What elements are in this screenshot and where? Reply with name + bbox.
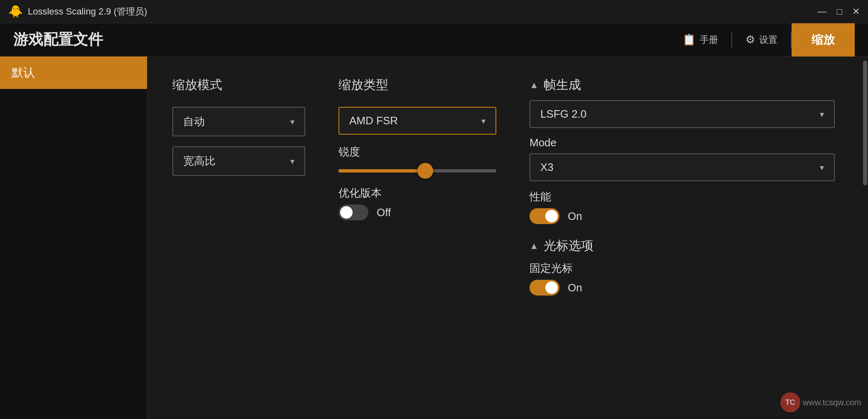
- sharpness-slider-thumb[interactable]: [417, 163, 433, 179]
- cursor-options-section: ▲ 光标选项 固定光标 On: [530, 237, 835, 296]
- fg-type-chevron: ▾: [820, 109, 824, 119]
- manual-button[interactable]: 📋 手册: [669, 23, 731, 57]
- maximize-button[interactable]: □: [837, 7, 842, 16]
- fg-mode-label: Mode: [530, 136, 835, 149]
- aspect-ratio-value: 宽高比: [183, 154, 216, 168]
- optimize-toggle-text: Off: [377, 206, 391, 219]
- app-icon: 🐥: [8, 5, 23, 18]
- window-controls: — □ ✕: [818, 7, 860, 16]
- watermark-text: www.tcsqw.com: [803, 398, 861, 407]
- frame-generation-title: 帧生成: [544, 76, 581, 94]
- optimize-label: 优化版本: [338, 186, 496, 200]
- scrollbar-thumb[interactable]: [863, 61, 867, 185]
- scaling-type-column: 缩放类型 AMD FSR ▾ 锐度 优化版本 Off: [338, 76, 496, 399]
- scaling-type-chevron: ▾: [481, 116, 485, 126]
- optimize-toggle-knob: [340, 206, 353, 219]
- scaling-mode-value: 自动: [183, 114, 205, 129]
- fixed-cursor-toggle-row: On: [530, 280, 835, 296]
- performance-toggle-text: On: [568, 210, 582, 223]
- scaling-type-value: AMD FSR: [349, 114, 398, 127]
- cursor-options-title: 光标选项: [544, 237, 593, 254]
- minimize-button[interactable]: —: [818, 7, 827, 16]
- fixed-cursor-section: 固定光标 On: [530, 261, 835, 296]
- toolbar: 游戏配置文件 📋 手册 ⚙ 设置 缩放: [0, 23, 868, 57]
- scaling-mode-chevron: ▾: [290, 117, 294, 127]
- tc-badge: TC: [780, 392, 800, 412]
- sharpness-slider-fill: [338, 169, 425, 173]
- performance-toggle-knob: [545, 210, 558, 222]
- fg-mode-dropdown[interactable]: X3 ▾: [530, 153, 835, 181]
- aspect-ratio-dropdown[interactable]: 宽高比 ▾: [172, 146, 305, 176]
- scaling-mode-dropdown[interactable]: 自动 ▾: [172, 107, 305, 136]
- manual-icon: 📋: [682, 33, 696, 46]
- right-panel: ▲ 帧生成 LSFG 2.0 ▾ Mode X3 ▾: [530, 76, 843, 399]
- scaling-type-title: 缩放类型: [338, 76, 496, 94]
- scaling-mode-column: 缩放模式 自动 ▾ 宽高比 ▾: [172, 76, 305, 399]
- performance-toggle[interactable]: [530, 208, 559, 224]
- optimize-section: 优化版本 Off: [338, 186, 496, 220]
- performance-section: 性能 On: [530, 190, 835, 224]
- fg-mode-value: X3: [540, 161, 554, 174]
- aspect-ratio-chevron: ▾: [290, 156, 294, 166]
- optimize-toggle[interactable]: [338, 205, 368, 220]
- scaling-mode-title: 缩放模式: [172, 76, 305, 94]
- frame-generation-section: ▲ 帧生成 LSFG 2.0 ▾ Mode X3 ▾: [530, 76, 835, 224]
- optimize-toggle-row: Off: [338, 205, 496, 220]
- settings-icon: ⚙: [745, 33, 755, 46]
- fg-type-dropdown[interactable]: LSFG 2.0 ▾: [530, 100, 835, 128]
- fixed-cursor-label: 固定光标: [530, 261, 835, 276]
- main-layout: 默认 缩放模式 自动 ▾ 宽高比 ▾ 缩放类型 AMD FSR ▾ 锐度: [0, 57, 868, 419]
- settings-label: 设置: [759, 34, 777, 46]
- content-area: 缩放模式 自动 ▾ 宽高比 ▾ 缩放类型 AMD FSR ▾ 锐度: [147, 57, 868, 419]
- scrollbar-track[interactable]: [862, 57, 868, 419]
- fixed-cursor-toggle[interactable]: [530, 280, 559, 296]
- performance-label: 性能: [530, 190, 835, 204]
- sharpness-section: 锐度: [338, 145, 496, 176]
- fg-mode-section: Mode X3 ▾: [530, 136, 835, 181]
- title-bar: 🐥 Lossless Scaling 2.9 (管理员) — □ ✕: [0, 0, 868, 23]
- sidebar-item-default[interactable]: 默认: [0, 57, 147, 89]
- frame-generation-header: ▲ 帧生成: [530, 76, 835, 94]
- close-button[interactable]: ✕: [852, 7, 860, 16]
- page-title: 游戏配置文件: [13, 30, 669, 50]
- fixed-cursor-toggle-knob: [545, 281, 558, 294]
- scale-button[interactable]: 缩放: [792, 23, 855, 57]
- manual-label: 手册: [700, 34, 718, 46]
- toolbar-actions: 📋 手册 ⚙ 设置 缩放: [669, 23, 855, 57]
- sharpness-slider-track[interactable]: [338, 169, 496, 173]
- fg-mode-chevron: ▾: [820, 163, 824, 173]
- watermark: TC www.tcsqw.com: [780, 392, 861, 412]
- sidebar: 默认: [0, 57, 147, 419]
- settings-button[interactable]: ⚙ 设置: [732, 23, 791, 57]
- performance-toggle-row: On: [530, 208, 835, 224]
- sharpness-label: 锐度: [338, 145, 496, 159]
- scaling-type-dropdown[interactable]: AMD FSR ▾: [338, 107, 496, 135]
- fixed-cursor-toggle-text: On: [568, 281, 582, 294]
- fg-type-value: LSFG 2.0: [540, 108, 586, 121]
- app-title: Lossless Scaling 2.9 (管理员): [28, 5, 813, 18]
- cursor-chevron-icon: ▲: [530, 241, 539, 251]
- cursor-options-header: ▲ 光标选项: [530, 237, 835, 254]
- frame-gen-chevron-icon: ▲: [530, 80, 539, 91]
